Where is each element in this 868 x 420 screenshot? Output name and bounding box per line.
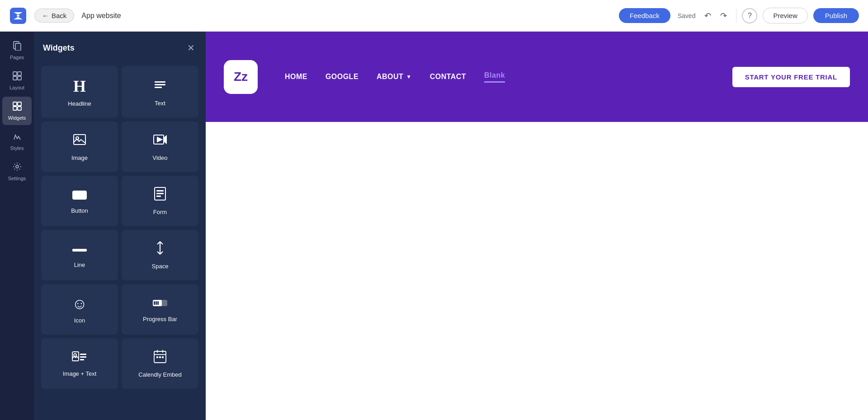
preview-button[interactable]: Preview xyxy=(763,8,807,23)
styles-icon xyxy=(12,131,22,144)
svg-rect-44 xyxy=(162,356,164,358)
svg-rect-8 xyxy=(13,102,17,106)
website-nav: Zz HOME GOOGLE ABOUT ▼ CONTACT Blank STA… xyxy=(206,32,868,122)
space-icon xyxy=(154,241,166,258)
sidebar-item-settings[interactable]: Settings xyxy=(2,157,32,186)
site-logo: Zz xyxy=(224,60,258,94)
nav-link-home[interactable]: HOME xyxy=(285,73,307,81)
svg-rect-4 xyxy=(13,72,17,75)
back-label: Back xyxy=(52,12,66,19)
settings-label: Settings xyxy=(8,176,26,181)
help-button[interactable]: ? xyxy=(742,8,757,23)
layout-label: Layout xyxy=(9,85,24,90)
topbar-separator xyxy=(736,9,736,23)
svg-rect-15 xyxy=(155,87,162,88)
main-layout: Pages Layout Widgets Styles Settings xyxy=(0,32,868,420)
sidebar-item-pages[interactable]: Pages xyxy=(2,36,32,65)
svg-rect-37 xyxy=(80,359,84,360)
image-icon xyxy=(72,132,87,150)
widgets-label: Widgets xyxy=(8,115,26,121)
widget-icon[interactable]: ☺ Icon xyxy=(41,284,118,335)
nav-cta-button[interactable]: START YOUR FREE TRIAL xyxy=(732,67,850,87)
svg-rect-26 xyxy=(72,249,87,252)
pages-icon xyxy=(12,41,22,53)
left-sidebar: Pages Layout Widgets Styles Settings xyxy=(0,32,34,420)
widget-form-label: Form xyxy=(153,209,167,215)
widgets-grid: H Headline Text Image xyxy=(34,62,206,398)
svg-rect-11 xyxy=(18,107,21,110)
canvas-area: Zz HOME GOOGLE ABOUT ▼ CONTACT Blank STA… xyxy=(206,32,868,420)
svg-rect-42 xyxy=(156,356,158,358)
svg-rect-23 xyxy=(156,190,164,191)
widget-progress-bar-label: Progress Bar xyxy=(143,316,177,322)
svg-point-12 xyxy=(16,165,19,168)
svg-rect-35 xyxy=(80,354,86,355)
svg-rect-32 xyxy=(157,301,159,305)
widget-line-label: Line xyxy=(74,261,85,268)
widget-calendly[interactable]: Calendly Embed xyxy=(122,338,198,389)
calendly-icon xyxy=(153,349,167,367)
about-label: ABOUT xyxy=(377,73,403,81)
nav-link-blank[interactable]: Blank xyxy=(484,71,505,83)
website-body xyxy=(206,122,868,393)
sidebar-item-styles[interactable]: Styles xyxy=(2,127,32,155)
back-arrow-icon: ← xyxy=(42,12,49,19)
widget-video[interactable]: Video xyxy=(122,121,198,172)
pages-label: Pages xyxy=(10,55,24,60)
svg-rect-9 xyxy=(18,102,21,106)
back-button[interactable]: ← Back xyxy=(34,9,74,23)
website-preview: Zz HOME GOOGLE ABOUT ▼ CONTACT Blank STA… xyxy=(206,32,868,420)
widgets-panel-close[interactable]: ✕ xyxy=(185,41,197,55)
svg-rect-7 xyxy=(18,76,21,80)
settings-icon xyxy=(12,162,22,174)
widgets-panel-header: Widgets ✕ xyxy=(34,32,206,62)
site-logo-text: Zz xyxy=(234,70,248,84)
widget-space-label: Space xyxy=(152,263,169,270)
app-logo xyxy=(9,7,27,25)
svg-rect-3 xyxy=(15,43,21,51)
svg-marker-20 xyxy=(157,137,162,142)
headline-icon: H xyxy=(73,77,86,96)
widget-image-text[interactable]: Image + Text xyxy=(41,338,118,389)
svg-rect-31 xyxy=(156,301,157,305)
sidebar-item-widgets[interactable]: Widgets xyxy=(2,97,32,125)
line-icon xyxy=(72,243,87,257)
svg-rect-24 xyxy=(156,193,164,194)
redo-button[interactable]: ↷ xyxy=(717,9,731,23)
widget-image[interactable]: Image xyxy=(41,121,118,172)
form-icon xyxy=(154,187,166,204)
widget-form[interactable]: Form xyxy=(122,176,198,226)
widget-calendly-label: Calendly Embed xyxy=(138,371,181,378)
widget-text-label: Text xyxy=(155,100,165,107)
layout-icon xyxy=(12,71,22,83)
widget-headline-label: Headline xyxy=(68,100,91,107)
icon-widget-icon: ☺ xyxy=(72,295,88,313)
widget-progress-bar[interactable]: Progress Bar xyxy=(122,284,198,335)
widget-button[interactable]: Button xyxy=(41,176,118,226)
svg-rect-16 xyxy=(74,135,85,145)
widget-video-label: Video xyxy=(152,154,167,161)
topbar: ← Back App website Feedback Saved ↶ ↷ ? … xyxy=(0,0,868,32)
button-icon xyxy=(72,188,87,203)
widget-icon-label: Icon xyxy=(74,317,85,324)
svg-rect-25 xyxy=(156,196,161,197)
svg-rect-21 xyxy=(72,191,87,200)
feedback-button[interactable]: Feedback xyxy=(619,8,670,23)
widget-image-label: Image xyxy=(71,154,88,161)
app-title: App website xyxy=(81,12,612,20)
widgets-icon xyxy=(12,101,22,113)
publish-button[interactable]: Publish xyxy=(813,8,859,23)
widget-space[interactable]: Space xyxy=(122,230,198,280)
widget-text[interactable]: Text xyxy=(122,66,198,118)
undo-button[interactable]: ↶ xyxy=(701,9,715,23)
widget-headline[interactable]: H Headline xyxy=(41,66,118,118)
svg-rect-10 xyxy=(13,107,17,110)
widget-line[interactable]: Line xyxy=(41,230,118,280)
sidebar-item-layout[interactable]: Layout xyxy=(2,66,32,95)
nav-link-about[interactable]: ABOUT ▼ xyxy=(377,73,412,81)
widget-button-label: Button xyxy=(71,207,88,214)
video-icon xyxy=(153,132,167,150)
widgets-panel: Widgets ✕ H Headline Text Image xyxy=(34,32,206,420)
nav-link-contact[interactable]: CONTACT xyxy=(430,73,466,81)
nav-link-google[interactable]: GOOGLE xyxy=(326,73,359,81)
